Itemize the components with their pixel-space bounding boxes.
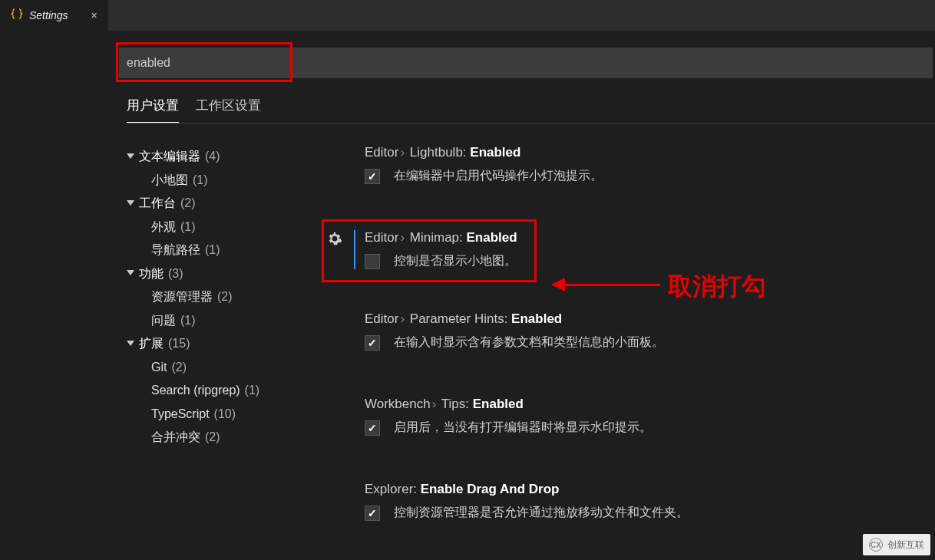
checkbox-workbench-tips[interactable] (365, 420, 380, 436)
settings-list: Editor› Lightbulb: Enabled 在编辑器中启用代码操作小灯… (349, 145, 935, 529)
tree-item-breadcrumbs[interactable]: 导航路径(1) (127, 239, 349, 262)
tree-item-extensions[interactable]: 扩展(15) (127, 332, 349, 356)
setting-title: Editor› Lightbulb: Enabled (365, 145, 935, 160)
settings-tree: 文本编辑器(4) 小地图(1) 工作台(2) 外观(1) 导航路径(1) 功能(… (127, 145, 349, 529)
tree-item-search-ripgrep[interactable]: Search (ripgrep)(1) (127, 379, 349, 403)
close-icon[interactable]: × (91, 9, 97, 21)
tree-item-problems[interactable]: 问题(1) (127, 309, 349, 333)
setting-description: 控制是否显示小地图。 (394, 253, 517, 269)
chevron-down-icon (127, 200, 134, 206)
setting-title: Workbench› Tips: Enabled (365, 397, 935, 412)
watermark: CX 创新互联 (863, 534, 930, 555)
tree-item-merge-conflict[interactable]: 合并冲突(2) (127, 426, 349, 450)
setting-title: Editor› Minimap: Enabled (365, 230, 935, 245)
setting-description: 在输入时显示含有参数文档和类型信息的小面板。 (394, 334, 664, 351)
watermark-logo-icon: CX (869, 538, 883, 552)
checkbox-minimap[interactable] (365, 254, 380, 269)
tree-item-appearance[interactable]: 外观(1) (127, 216, 349, 239)
watermark-text: 创新互联 (887, 539, 924, 552)
tab-bar-empty (109, 0, 935, 31)
checkbox-lightbulb[interactable] (365, 169, 380, 184)
setting-parameter-hints: Editor› Parameter Hints: Enabled 在输入时显示含… (365, 311, 935, 351)
tree-item-features[interactable]: 功能(3) (127, 262, 349, 286)
tree-item-text-editor[interactable]: 文本编辑器(4) (127, 145, 349, 169)
search-row (119, 48, 935, 78)
tree-item-typescript[interactable]: TypeScript(10) (127, 403, 349, 427)
tab-settings[interactable]: Settings × (0, 0, 109, 31)
braces-icon (11, 8, 23, 23)
setting-description: 启用后，当没有打开编辑器时将显示水印提示。 (394, 420, 652, 436)
checkbox-parameter-hints[interactable] (365, 335, 380, 351)
search-input[interactable] (119, 48, 933, 78)
setting-description: 在编辑器中启用代码操作小灯泡提示。 (394, 168, 603, 184)
chevron-down-icon (127, 153, 134, 159)
settings-tabs: 用户设置 工作区设置 (127, 97, 935, 124)
tree-item-git[interactable]: Git(2) (127, 356, 349, 380)
tab-title: Settings (29, 9, 68, 21)
checkbox-explorer-dragdrop[interactable] (365, 506, 380, 521)
setting-minimap: Editor› Minimap: Enabled 控制是否显示小地图。 (354, 230, 935, 269)
setting-explorer-dragdrop: Explorer: Enable Drag And Drop 控制资源管理器是否… (365, 482, 935, 521)
setting-workbench-tips: Workbench› Tips: Enabled 启用后，当没有打开编辑器时将显… (365, 397, 935, 436)
tab-workspace-settings[interactable]: 工作区设置 (196, 97, 261, 123)
chevron-down-icon (127, 341, 134, 346)
chevron-down-icon (127, 270, 134, 275)
setting-title: Editor› Parameter Hints: Enabled (365, 311, 935, 327)
gear-icon[interactable] (328, 232, 342, 249)
setting-description: 控制资源管理器是否允许通过拖放移动文件和文件夹。 (394, 505, 689, 521)
tree-item-explorer[interactable]: 资源管理器(2) (127, 285, 349, 309)
tab-bar: Settings × (0, 0, 935, 31)
annotation-highlight-minimap (322, 219, 537, 282)
tree-item-workbench[interactable]: 工作台(2) (127, 192, 349, 216)
setting-title: Explorer: Enable Drag And Drop (365, 482, 935, 497)
tab-user-settings[interactable]: 用户设置 (127, 97, 179, 123)
setting-lightbulb: Editor› Lightbulb: Enabled 在编辑器中启用代码操作小灯… (365, 145, 935, 184)
tree-item-minimap[interactable]: 小地图(1) (127, 169, 349, 193)
